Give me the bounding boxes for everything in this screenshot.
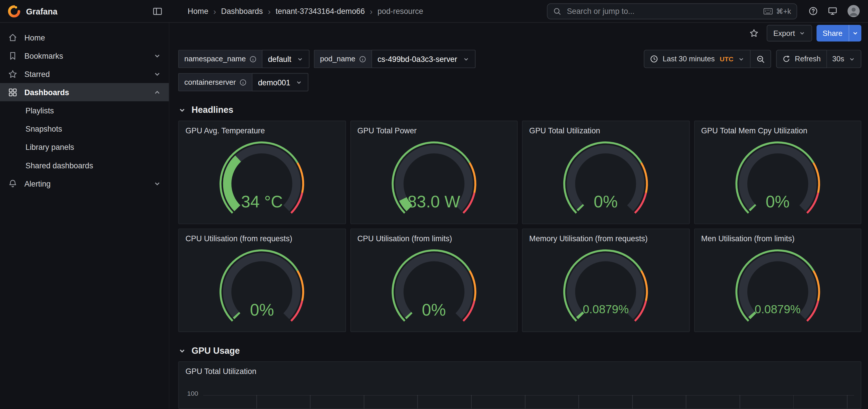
- news-monitor-icon[interactable]: [828, 6, 837, 16]
- panel-title: GPU Total Utilization: [185, 367, 854, 376]
- sidebar-item-label: Dashboards: [24, 88, 69, 97]
- grafana-logo: [8, 5, 21, 18]
- variable-label: namespace_name: [178, 50, 262, 68]
- sidebar-item-label: Starred: [24, 69, 50, 78]
- search-icon: [553, 7, 561, 15]
- home-icon: [8, 32, 18, 42]
- user-avatar[interactable]: [847, 4, 860, 18]
- dashboard-toolbar: Export Share: [178, 23, 861, 41]
- sidebar-toggle-icon[interactable]: [152, 6, 163, 16]
- panel-title: Men Utilisation (from limits): [701, 234, 854, 243]
- gauge-panel[interactable]: GPU Total Mem Cpy Utilization 0%: [694, 121, 861, 224]
- export-button[interactable]: Export: [767, 25, 812, 41]
- chevron-down-icon: [296, 79, 303, 86]
- gauge-panel[interactable]: CPU Utilisation (from limits) 0%: [350, 228, 518, 332]
- breadcrumb-folder[interactable]: tenant-37343164-demo66: [276, 7, 365, 15]
- variable-label: pod_name: [314, 50, 372, 68]
- breadcrumb-home[interactable]: Home: [188, 7, 208, 15]
- sidebar-item-snapshots[interactable]: Snapshots: [0, 120, 169, 138]
- time-range-picker[interactable]: Last 30 minutes UTC: [644, 50, 750, 68]
- search-input[interactable]: [566, 6, 759, 16]
- variable-pod-name: pod_name cs-499bd-0a3c3-server: [314, 50, 475, 68]
- variable-value-dropdown[interactable]: cs-499bd-0a3c3-server: [372, 50, 476, 68]
- refresh-interval-label: 30s: [832, 55, 844, 63]
- chevron-up-icon[interactable]: [153, 88, 161, 96]
- time-controls: Last 30 minutes UTC: [644, 50, 861, 68]
- zoom-out-icon: [756, 54, 765, 63]
- gauge-panel[interactable]: Men Utilisation (from limits) 0.0879%: [694, 228, 861, 332]
- breadcrumb-current: pod-resource: [378, 7, 423, 15]
- panel-title: CPU Utilisation (from requests): [185, 234, 339, 243]
- timeseries-panel[interactable]: GPU Total Utilization 100: [178, 361, 861, 409]
- info-icon[interactable]: [250, 56, 256, 62]
- panel-title: Memory Utilisation (from requests): [529, 234, 682, 243]
- share-dropdown-icon[interactable]: [848, 25, 861, 41]
- chevron-down-icon[interactable]: [153, 70, 161, 78]
- sidebar-item-playlists[interactable]: Playlists: [0, 101, 169, 120]
- variable-controls: namespace_name default: [178, 50, 475, 91]
- chart-gridlines: [203, 395, 854, 408]
- chevron-down-icon: [178, 347, 186, 355]
- refresh-interval-dropdown[interactable]: 30s: [827, 50, 861, 68]
- sidebar-item-bookmarks[interactable]: Bookmarks: [0, 46, 169, 65]
- chevron-down-icon: [297, 56, 304, 62]
- gauge-panel[interactable]: CPU Utilisation (from requests) 0%: [178, 228, 346, 332]
- panel-title: GPU Avg. Temperature: [185, 126, 339, 135]
- topbar-left: Grafana: [0, 5, 169, 18]
- chevron-down-icon[interactable]: [153, 180, 161, 187]
- sidebar-item-dashboards[interactable]: Dashboards: [0, 83, 169, 101]
- section-header-gpu-usage[interactable]: GPU Usage: [178, 346, 861, 356]
- gauge-value: 34 °C: [179, 193, 345, 212]
- gauge-chart: [523, 244, 689, 330]
- sidebar-nav: Home Bookmarks Starre: [0, 23, 169, 409]
- sidebar-item-label: Shared dashboards: [26, 161, 93, 170]
- body-row: Home Bookmarks Starre: [0, 23, 868, 409]
- y-axis-tick: 100: [187, 389, 198, 398]
- panel-title: GPU Total Utilization: [529, 126, 682, 135]
- refresh-button[interactable]: Refresh: [776, 50, 827, 68]
- sidebar-item-label: Home: [24, 33, 45, 42]
- top-bar: Grafana Home › Dashboards › tenant-37343…: [0, 0, 868, 23]
- panel-title: CPU Utilisation (from limits): [357, 234, 510, 243]
- refresh-icon: [782, 55, 790, 63]
- variable-label: containerserver: [178, 73, 252, 91]
- share-button[interactable]: Share: [816, 25, 861, 41]
- gauge-panel[interactable]: Memory Utilisation (from requests) 0.087…: [522, 228, 689, 332]
- bell-icon: [8, 179, 18, 188]
- sidebar-item-alerting[interactable]: Alerting: [0, 175, 169, 193]
- keyboard-icon: [763, 7, 773, 15]
- chevron-down-icon[interactable]: [153, 52, 161, 60]
- sidebar-item-library-panels[interactable]: Library panels: [0, 138, 169, 156]
- sidebar-item-home[interactable]: Home: [0, 28, 169, 46]
- sidebar-item-label: Bookmarks: [24, 51, 63, 60]
- section-header-headlines[interactable]: Headlines: [178, 105, 861, 115]
- sidebar-item-starred[interactable]: Starred: [0, 65, 169, 83]
- sidebar-item-label: Alerting: [24, 179, 51, 188]
- breadcrumb: Home › Dashboards › tenant-37343164-demo…: [188, 6, 423, 16]
- gauge-chart: [694, 244, 861, 330]
- time-range-label: Last 30 minutes: [662, 55, 715, 63]
- dashboards-grid-icon: [8, 87, 18, 97]
- gauge-value: 0.0879%: [694, 303, 861, 316]
- info-icon[interactable]: [359, 56, 366, 62]
- sidebar-item-shared-dashboards[interactable]: Shared dashboards: [0, 156, 169, 175]
- search-shortcut: ⌘+k: [763, 7, 791, 15]
- variable-value-dropdown[interactable]: demo001: [252, 73, 309, 91]
- help-icon[interactable]: [808, 6, 818, 16]
- gauge-panel[interactable]: GPU Total Power 83.0 W: [350, 121, 518, 224]
- search-shortcut-keys: ⌘+k: [776, 7, 791, 15]
- breadcrumb-dashboards[interactable]: Dashboards: [221, 7, 263, 15]
- search-bar[interactable]: ⌘+k: [547, 3, 797, 19]
- zoom-out-button[interactable]: [750, 50, 771, 68]
- brand-title: Grafana: [26, 6, 57, 16]
- star-icon: [8, 69, 18, 79]
- share-label[interactable]: Share: [816, 25, 848, 41]
- info-icon[interactable]: [240, 79, 247, 86]
- topbar-right: [797, 4, 868, 18]
- variable-value-dropdown[interactable]: default: [262, 50, 310, 68]
- gauge-value: 0%: [523, 193, 689, 212]
- gauge-panel[interactable]: GPU Total Utilization 0%: [522, 121, 689, 224]
- favorite-star-icon[interactable]: [746, 25, 762, 41]
- gauge-panel[interactable]: GPU Avg. Temperature 34 °C: [178, 121, 346, 224]
- clock-icon: [650, 55, 658, 63]
